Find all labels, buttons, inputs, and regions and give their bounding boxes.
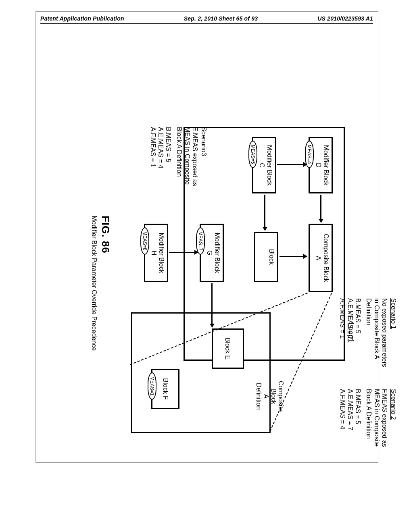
block-f-meas: MEAS=1: [148, 372, 156, 400]
scenario-1-val-2: A.F.MEAS = 1: [339, 298, 346, 385]
scenario-1-title: Scenario 1: [390, 298, 397, 385]
block-e: Block E: [212, 328, 244, 369]
scenario-2-title: Scenario 2: [390, 389, 397, 466]
scenario-2-val-1: A.E.MEAS = 7: [346, 389, 354, 466]
diagram-stage: Loop1 Modifier Block D MEAS=4 Modifier B…: [18, 115, 369, 373]
scenario-3-desc: E.MEAS exposed as MEAS in Composite Bloc…: [175, 127, 199, 208]
header-center: Sep. 2, 2010 Sheet 65 of 93: [184, 15, 258, 22]
modifier-block-c: Modifier Block C MEAS=5: [252, 137, 276, 193]
arrow-h-to-g-head: [194, 250, 198, 255]
figure-caption-text: Modifier Block Parameter Override Preced…: [89, 216, 98, 351]
composite-block-a-label: Composite Block A: [313, 225, 332, 291]
modifier-block-h-meas: MEAS=8: [140, 227, 149, 255]
scenario-3-vals: B.MEAS = 5 A.E.MEAS = 4 A.F.MEAS = 1: [149, 127, 173, 208]
figure-number: FIG. 86: [98, 216, 113, 351]
scenario-1-val-0: B.MEAS = 5: [354, 298, 362, 385]
arrow-d-to-a-head: [319, 219, 323, 223]
arrow-d-to-a: [320, 195, 321, 220]
scenario-2: Scenario 2 F.MEAS exposed as MEAS in Com…: [339, 389, 397, 466]
arrow-h-to-g: [169, 252, 195, 253]
arrow-g-to-e-head: [210, 324, 215, 328]
header-right: US 2010/0223593 A1: [317, 15, 373, 22]
generic-block-label: Block: [266, 233, 277, 281]
arrow-block-to-a: [280, 256, 304, 257]
modifier-block-c-meas: MEAS=5: [248, 141, 257, 168]
modifier-block-g: Modifier Block G MEAS=7: [200, 224, 224, 282]
modifier-block-h: Modifier Block H MEAS=8: [144, 224, 168, 282]
modifier-block-c-label: Modifier Block C: [257, 138, 275, 192]
modifier-block-h-label: Modifier Block H: [148, 225, 167, 281]
arrow-block-to-a-head: [303, 254, 307, 259]
scenario-3-val-2: A.F.MEAS = 1: [149, 127, 157, 208]
modifier-block-d-label: Modifier Block D: [313, 138, 332, 192]
scenario-3-val-0: B.MEAS = 5: [165, 127, 172, 208]
scenario-2-desc: F.MEAS exposed as MEAS in Composite Bloc…: [365, 389, 388, 466]
arrow-c-to-block-head: [263, 227, 267, 231]
scenario-3-title: Scenario3: [200, 127, 208, 208]
scenario-2-vals: B.MEAS = 5 A.E.MEAS = 7 A.F.MEAS = 4: [339, 389, 362, 466]
block-f: Block F MEAS=1: [151, 369, 179, 409]
header-rule: [40, 23, 373, 24]
scenario-3-val-1: A.E.MEAS = 4: [157, 127, 165, 208]
scenario-1-desc: No exposed parameters in Composite Block…: [365, 298, 388, 385]
modifier-block-d: Modifier Block D MEAS=4: [309, 137, 333, 193]
scenario-2-val-0: B.MEAS = 5: [354, 389, 362, 466]
generic-block: Block: [254, 232, 278, 282]
arrow-c-to-d: [277, 164, 304, 165]
scenario-2-val-2: A.F.MEAS = 4: [339, 389, 346, 466]
figure-caption: FIG. 86 Modifier Block Parameter Overrid…: [89, 216, 113, 351]
page-header: Patent Application Publication Sep. 2, 2…: [40, 15, 373, 22]
scenario-1-val-1: A.E.MEAS = 7: [346, 298, 354, 385]
composite-block-a: Composite Block A: [309, 224, 333, 292]
arrow-g-to-e: [211, 283, 213, 324]
arrow-c-to-block: [264, 195, 265, 228]
scenario-1: Scenario 1 No exposed parameters in Comp…: [339, 298, 397, 385]
header-left: Patent Application Publication: [40, 15, 124, 22]
scenario-3: Scenario3 E.MEAS exposed as MEAS in Comp…: [149, 127, 208, 208]
block-f-label: Block F: [160, 370, 178, 408]
scenario-1-vals: B.MEAS = 5 A.E.MEAS = 7 A.F.MEAS = 1: [339, 298, 362, 385]
block-e-label: Block E: [222, 330, 243, 368]
arrow-c-to-d-head: [303, 162, 307, 167]
modifier-block-g-label: Modifier Block G: [204, 225, 223, 281]
